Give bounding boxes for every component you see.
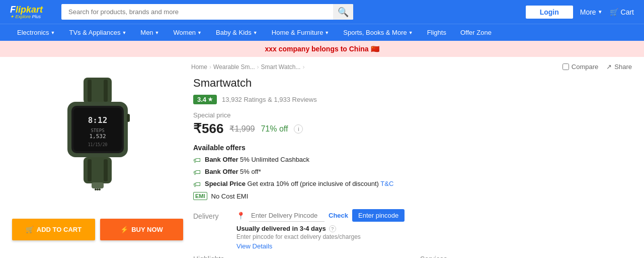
- breadcrumb-sep: ›: [209, 63, 211, 71]
- delivery-label: Delivery: [193, 209, 229, 220]
- nav-item-men[interactable]: Men▼: [133, 24, 166, 41]
- emi-icon: EMI: [193, 192, 207, 200]
- chevron-icon: ▼: [325, 30, 329, 35]
- breadcrumb-sep: ›: [302, 63, 304, 71]
- buy-now-button[interactable]: ⚡ BUY NOW: [100, 219, 183, 240]
- nav-item-sports[interactable]: Sports, Books & More▼: [336, 24, 420, 41]
- nav-item-flights[interactable]: Flights: [420, 24, 453, 41]
- nav-item-baby[interactable]: Baby & Kids▼: [209, 24, 265, 41]
- tnc-link[interactable]: T&C: [380, 180, 393, 187]
- logo: Flipkart ✦ Explore Plus: [10, 5, 55, 19]
- nav: Electronics▼ TVs & Appliances▼ Men▼ Wome…: [0, 24, 644, 41]
- cart-button[interactable]: 🛒 Cart: [610, 8, 634, 16]
- add-to-cart-button[interactable]: 🛒 ADD TO CART: [12, 219, 95, 240]
- offer-item-3: 🏷 Special Price Get extra 10% off (price…: [193, 180, 632, 188]
- header-right: Login More ▼ 🛒 Cart: [526, 6, 634, 19]
- special-price-label: Special price: [193, 111, 632, 119]
- nav-item-tvs[interactable]: TVs & Appliances▼: [62, 24, 134, 41]
- offer-item-emi: EMI No Cost EMI: [193, 192, 632, 200]
- discount-badge: 71% off: [261, 124, 288, 134]
- search-input[interactable]: [61, 4, 353, 20]
- watch-image: 8:12 STEPS 1,532 11/15/20: [47, 78, 148, 209]
- svg-text:11/15/20: 11/15/20: [88, 143, 108, 147]
- product-title: Smartwatch: [193, 77, 632, 90]
- share-button[interactable]: ↗ Share: [606, 63, 632, 71]
- product-area: 8:12 STEPS 1,532 11/15/20: [0, 73, 644, 258]
- services-label: Services: [420, 255, 632, 258]
- breadcrumb-sep: ›: [257, 63, 259, 71]
- info-icon[interactable]: i: [294, 124, 303, 134]
- svg-text:1,532: 1,532: [89, 133, 106, 140]
- chevron-icon: ▼: [122, 30, 126, 35]
- nav-item-home[interactable]: Home & Furniture▼: [265, 24, 337, 41]
- svg-point-16: [97, 188, 99, 190]
- price-row: ₹566 ₹1,999 71% off i: [193, 121, 632, 137]
- breadcrumb: Home › Wearable Sm... › Smart Watch... ›: [191, 63, 304, 71]
- highlights-col: Highlights With Call Function Touchscree…: [193, 255, 405, 258]
- check-button[interactable]: Check: [329, 212, 348, 219]
- pincode-input[interactable]: [249, 210, 325, 222]
- svg-rect-12: [88, 159, 92, 181]
- chevron-icon: ▼: [51, 30, 55, 35]
- lightning-icon: ⚡: [120, 226, 128, 233]
- more-button[interactable]: More ▼: [580, 8, 603, 16]
- product-image: 8:12 STEPS 1,532 11/15/20: [22, 73, 173, 214]
- offer-tag-icon: 🏷: [193, 168, 201, 176]
- enter-pincode-button[interactable]: Enter pincode: [352, 209, 405, 222]
- nav-item-offer-zone[interactable]: Offer Zone: [453, 24, 499, 41]
- services-col: Services 🔄 10 Days Replacement Policy ? …: [420, 255, 632, 258]
- breadcrumb-home[interactable]: Home: [191, 63, 207, 71]
- delivery-sub-text: Enter pincode for exact delivery dates/c…: [236, 233, 405, 240]
- highlights-services: Highlights With Call Function Touchscree…: [193, 255, 632, 258]
- svg-rect-14: [92, 182, 104, 188]
- main-content: Home › Wearable Sm... › Smart Watch... ›…: [0, 57, 644, 258]
- offers-title: Available offers: [193, 144, 632, 152]
- breadcrumb-wearable[interactable]: Wearable Sm...: [213, 63, 255, 71]
- compare-control[interactable]: Compare: [562, 63, 598, 71]
- compare-share: Compare ↗ Share: [562, 63, 632, 71]
- delivery-section: Delivery 📍 Check Enter pincode Usually d…: [193, 207, 632, 250]
- login-button[interactable]: Login: [526, 6, 573, 19]
- svg-point-17: [99, 188, 101, 190]
- svg-rect-10: [127, 114, 130, 122]
- original-price: ₹1,999: [229, 124, 255, 134]
- nav-item-electronics[interactable]: Electronics▼: [10, 24, 62, 41]
- delivery-content: 📍 Check Enter pincode Usually delivered …: [236, 209, 405, 250]
- delivery-input-row: 📍 Check Enter pincode: [236, 209, 405, 222]
- offer-item-1: 🏷 Bank Offer 5% Unlimited Cashback: [193, 156, 632, 164]
- svg-rect-13: [104, 159, 108, 181]
- current-price: ₹566: [193, 121, 223, 137]
- star-icon: ★: [208, 96, 213, 103]
- view-details-link[interactable]: View Details: [236, 242, 405, 250]
- chevron-icon: ▼: [197, 30, 202, 35]
- chevron-icon: ▼: [409, 30, 413, 35]
- svg-text:STEPS: STEPS: [91, 128, 104, 133]
- search-icon[interactable]: 🔍: [333, 4, 353, 20]
- location-icon: 📍: [236, 212, 245, 220]
- delivery-help-icon[interactable]: ?: [329, 225, 336, 232]
- chevron-icon: ▼: [155, 30, 159, 35]
- share-icon: ↗: [606, 63, 612, 71]
- rating-badge[interactable]: 3.4 ★: [193, 95, 217, 104]
- cart-icon: 🛒: [26, 226, 34, 233]
- more-chevron-icon: ▼: [598, 9, 603, 15]
- action-buttons: 🛒 ADD TO CART ⚡ BUY NOW: [12, 219, 183, 240]
- nav-item-women[interactable]: Women▼: [167, 24, 209, 41]
- svg-rect-1: [88, 80, 92, 102]
- header: Flipkart ✦ Explore Plus 🔍 Login More ▼ 🛒…: [0, 0, 644, 24]
- svg-point-15: [95, 188, 97, 190]
- offer-tag-icon: 🏷: [193, 156, 201, 164]
- search-bar: 🔍: [61, 4, 353, 20]
- svg-rect-2: [104, 80, 108, 102]
- product-image-col: 8:12 STEPS 1,532 11/15/20: [12, 73, 183, 258]
- breadcrumb-watch[interactable]: Smart Watch...: [261, 63, 301, 71]
- svg-text:8:12: 8:12: [88, 115, 108, 125]
- compare-checkbox[interactable]: [562, 63, 569, 70]
- offer-item-2: 🏷 Bank Offer 5% off*: [193, 168, 632, 176]
- rating-row: 3.4 ★ 13,932 Ratings & 1,933 Reviews: [193, 95, 632, 104]
- highlights-label: Highlights: [193, 255, 405, 258]
- cart-icon: 🛒: [610, 8, 618, 16]
- delivery-days: Usually delivered in 3-4 days ?: [236, 225, 405, 232]
- china-banner: xxx company belongs to China 🇨🇳: [0, 41, 644, 57]
- offer-tag-icon: 🏷: [193, 180, 201, 188]
